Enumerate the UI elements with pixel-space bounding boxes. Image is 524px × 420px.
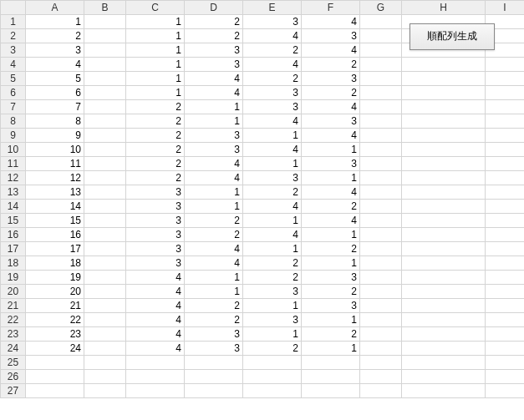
cell-C6[interactable]: 1 [126, 86, 185, 100]
row-header-13[interactable]: 13 [1, 185, 26, 200]
cell-G9[interactable] [360, 129, 402, 143]
cell-E5[interactable]: 2 [243, 72, 302, 86]
cell-H25[interactable] [402, 356, 486, 370]
cell-I8[interactable] [486, 114, 525, 129]
cell-A4[interactable]: 4 [26, 58, 84, 72]
cell-I23[interactable] [486, 327, 525, 342]
cell-E8[interactable]: 4 [243, 114, 302, 129]
cell-B18[interactable] [84, 256, 126, 271]
cell-F10[interactable]: 1 [302, 143, 360, 157]
cell-G26[interactable] [360, 370, 402, 384]
cell-F24[interactable]: 1 [302, 342, 360, 356]
cell-C12[interactable]: 2 [126, 171, 185, 185]
cell-A20[interactable]: 20 [26, 285, 84, 299]
cell-A9[interactable]: 9 [26, 129, 84, 143]
cell-A21[interactable]: 21 [26, 299, 84, 313]
cell-B12[interactable] [84, 171, 126, 185]
cell-F25[interactable] [302, 356, 360, 370]
cell-B19[interactable] [84, 271, 126, 285]
cell-D14[interactable]: 1 [185, 200, 243, 214]
cell-E10[interactable]: 4 [243, 143, 302, 157]
cell-H20[interactable] [402, 285, 486, 299]
col-header-A[interactable]: A [26, 1, 84, 15]
cell-H13[interactable] [402, 185, 486, 200]
cell-C26[interactable] [126, 370, 185, 384]
cell-E4[interactable]: 4 [243, 58, 302, 72]
cell-I10[interactable] [486, 143, 525, 157]
cell-H7[interactable] [402, 100, 486, 114]
col-header-G[interactable]: G [360, 1, 402, 15]
cell-E27[interactable] [243, 384, 302, 398]
cell-G3[interactable] [360, 43, 402, 58]
cell-C19[interactable]: 4 [126, 271, 185, 285]
row-header-22[interactable]: 22 [1, 313, 26, 327]
cell-E14[interactable]: 4 [243, 200, 302, 214]
cell-E9[interactable]: 1 [243, 129, 302, 143]
row-header-18[interactable]: 18 [1, 256, 26, 271]
row-header-12[interactable]: 12 [1, 171, 26, 185]
row-header-20[interactable]: 20 [1, 285, 26, 299]
cell-E19[interactable]: 2 [243, 271, 302, 285]
cell-F27[interactable] [302, 384, 360, 398]
cell-E26[interactable] [243, 370, 302, 384]
cell-D21[interactable]: 2 [185, 299, 243, 313]
cell-G6[interactable] [360, 86, 402, 100]
cell-F22[interactable]: 1 [302, 313, 360, 327]
cell-E18[interactable]: 2 [243, 256, 302, 271]
cell-G27[interactable] [360, 384, 402, 398]
cell-I14[interactable] [486, 200, 525, 214]
row-header-4[interactable]: 4 [1, 58, 26, 72]
cell-A1[interactable]: 1 [26, 15, 84, 29]
cell-I17[interactable] [486, 242, 525, 256]
cell-H6[interactable] [402, 86, 486, 100]
cell-B26[interactable] [84, 370, 126, 384]
row-header-9[interactable]: 9 [1, 129, 26, 143]
cell-D5[interactable]: 4 [185, 72, 243, 86]
cell-G13[interactable] [360, 185, 402, 200]
cell-D10[interactable]: 3 [185, 143, 243, 157]
cell-A18[interactable]: 18 [26, 256, 84, 271]
cell-H11[interactable] [402, 157, 486, 171]
row-header-1[interactable]: 1 [1, 15, 26, 29]
col-header-E[interactable]: E [243, 1, 302, 15]
col-header-C[interactable]: C [126, 1, 185, 15]
cell-I9[interactable] [486, 129, 525, 143]
row-header-25[interactable]: 25 [1, 356, 26, 370]
cell-E16[interactable]: 4 [243, 228, 302, 242]
cell-E1[interactable]: 3 [243, 15, 302, 29]
row-header-2[interactable]: 2 [1, 29, 26, 43]
cell-E7[interactable]: 3 [243, 100, 302, 114]
cell-C10[interactable]: 2 [126, 143, 185, 157]
select-all-corner[interactable] [1, 1, 26, 15]
cell-H9[interactable] [402, 129, 486, 143]
row-header-27[interactable]: 27 [1, 384, 26, 398]
cell-A22[interactable]: 22 [26, 313, 84, 327]
cell-I16[interactable] [486, 228, 525, 242]
cell-D2[interactable]: 2 [185, 29, 243, 43]
cell-H17[interactable] [402, 242, 486, 256]
cell-C14[interactable]: 3 [126, 200, 185, 214]
row-header-8[interactable]: 8 [1, 114, 26, 129]
cell-B25[interactable] [84, 356, 126, 370]
cell-F12[interactable]: 1 [302, 171, 360, 185]
cell-G22[interactable] [360, 313, 402, 327]
cell-B22[interactable] [84, 313, 126, 327]
row-header-5[interactable]: 5 [1, 72, 26, 86]
cell-F1[interactable]: 4 [302, 15, 360, 29]
cell-A27[interactable] [26, 384, 84, 398]
cell-F21[interactable]: 3 [302, 299, 360, 313]
cell-D22[interactable]: 2 [185, 313, 243, 327]
cell-I21[interactable] [486, 299, 525, 313]
cell-G18[interactable] [360, 256, 402, 271]
cell-E17[interactable]: 1 [243, 242, 302, 256]
cell-E20[interactable]: 3 [243, 285, 302, 299]
cell-E22[interactable]: 3 [243, 313, 302, 327]
cell-I6[interactable] [486, 86, 525, 100]
cell-A13[interactable]: 13 [26, 185, 84, 200]
cell-G24[interactable] [360, 342, 402, 356]
cell-B6[interactable] [84, 86, 126, 100]
row-header-7[interactable]: 7 [1, 100, 26, 114]
cell-A16[interactable]: 16 [26, 228, 84, 242]
cell-C20[interactable]: 4 [126, 285, 185, 299]
cell-G15[interactable] [360, 214, 402, 228]
